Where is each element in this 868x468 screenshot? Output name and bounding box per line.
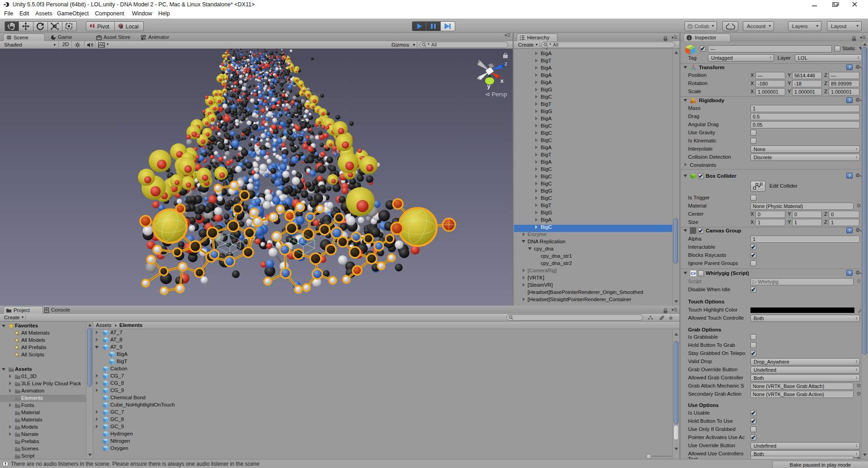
svg-text:C#: C# — [691, 271, 696, 276]
svg-text:z: z — [505, 60, 508, 67]
svg-text:⊲ Persp: ⊲ Persp — [485, 91, 507, 98]
svg-text:y: y — [487, 83, 491, 90]
svg-text:x: x — [500, 78, 504, 84]
svg-text:i: i — [689, 36, 690, 40]
